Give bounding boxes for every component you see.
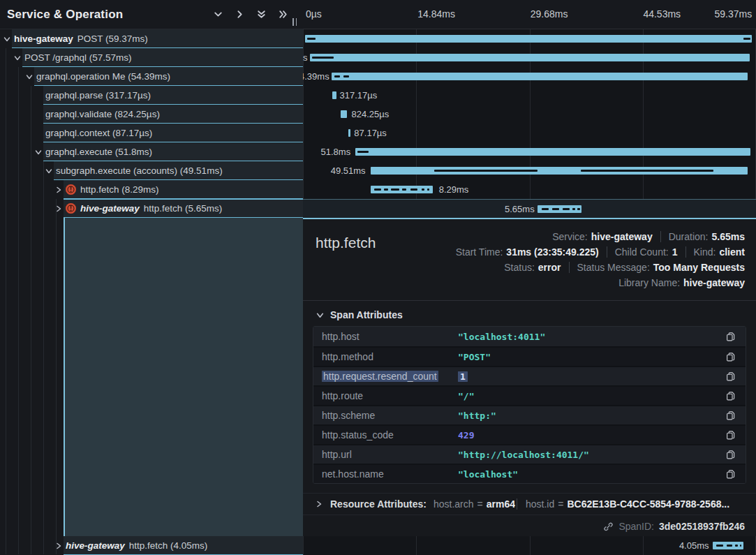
span-duration-label: 54.39ms	[303, 71, 329, 82]
chevron-right-icon[interactable]	[233, 8, 246, 21]
self-time-mark	[427, 188, 429, 191]
resource-pairs: host.arch=arm64host.id=BC62E13B-C4CC-585…	[433, 498, 729, 510]
self-time-mark	[312, 57, 334, 59]
meta-line: Library Name:hive-gateway	[456, 275, 745, 290]
tree-chevron-icon[interactable]	[44, 166, 53, 175]
self-time-mark	[577, 208, 579, 210]
tree-row[interactable]: graphql.operation Me (54.39ms)	[0, 67, 303, 86]
meta-label: Status:	[504, 262, 535, 273]
chevron-down-icon[interactable]	[212, 8, 225, 21]
chevrons-right-icon[interactable]	[276, 8, 290, 21]
attribute-row[interactable]: http.route "/"	[313, 385, 746, 405]
attribute-row[interactable]: http.method "POST"	[313, 346, 746, 366]
tree-chevron-icon[interactable]	[34, 147, 43, 156]
tree-row[interactable]: hive-gateway POST (59.37ms)	[0, 29, 303, 48]
copy-icon[interactable]	[724, 390, 737, 403]
meta-value: hive-gateway	[683, 277, 745, 288]
attribute-key: http.method	[322, 351, 458, 362]
chevron-down-icon	[316, 311, 325, 320]
chevron-right-icon	[314, 500, 323, 509]
timeline-row[interactable]	[303, 29, 756, 48]
span-duration-label: 317.17µs	[340, 90, 378, 101]
timeline-row[interactable]: 57.57ms	[303, 48, 756, 67]
span-duration-label: 824.25µs	[351, 109, 389, 119]
span-attributes-header[interactable]: Span Attributes	[303, 305, 756, 326]
tree-header-title: Service & Operation	[7, 8, 123, 22]
self-time-mark	[402, 188, 406, 191]
meta-line: Status:errorStatus Message:Too Many Requ…	[456, 260, 745, 275]
attribute-row[interactable]: http.host "localhost:4011"	[313, 327, 746, 346]
resource-attributes-row[interactable]: Resource Attributes: host.arch=arm64host…	[303, 493, 756, 515]
attribute-row[interactable]: http.status_code 429	[313, 424, 746, 444]
copy-icon[interactable]	[724, 409, 737, 422]
attribute-key: net.host.name	[322, 468, 458, 480]
tree-row-content: graphql.context (87.17µs)	[43, 124, 303, 142]
pane-resize-grip[interactable]	[292, 18, 297, 26]
timeline-row[interactable]: 317.17µs	[303, 86, 756, 105]
tree-row[interactable]: ! hive-gateway http.fetch (5.65ms)	[0, 199, 303, 218]
tree-chevron-icon[interactable]	[54, 541, 63, 550]
tree-row[interactable]: graphql.parse (317.17µs)	[0, 86, 303, 105]
meta-value: 5.65ms	[712, 231, 745, 242]
timeline-row[interactable]: 5.65ms	[303, 199, 756, 218]
timeline-row[interactable]: 87.17µs	[303, 124, 756, 142]
timeline-row[interactable]: 8.29ms	[303, 180, 756, 199]
tree-row[interactable]: ! http.fetch (8.29ms)	[0, 180, 303, 199]
copy-icon[interactable]	[724, 330, 737, 343]
tree-row[interactable]: graphql.execute (51.8ms)	[0, 142, 303, 161]
span-meta: Service:hive-gatewayDuration:5.65ms Star…	[456, 229, 745, 290]
self-time-mark	[357, 151, 369, 153]
service-name: hive-gateway	[66, 540, 125, 551]
timeline-row[interactable]: 824.25µs	[303, 105, 756, 124]
meta-pair: Status:error	[504, 262, 561, 273]
tree-chevron-icon[interactable]	[54, 204, 63, 213]
timeline-row[interactable]: 54.39ms	[303, 67, 756, 86]
timeline-row[interactable]: 51.8ms	[303, 142, 756, 161]
tree-row[interactable]: hive-gateway http.fetch (4.05ms)	[0, 536, 303, 555]
copy-icon[interactable]	[724, 350, 737, 364]
attribute-key: http.scheme	[322, 410, 458, 421]
self-time-mark	[384, 188, 388, 191]
tree-row[interactable]: subgraph.execute (accounts) (49.51ms)	[0, 161, 303, 180]
self-time-mark	[581, 170, 713, 172]
attribute-row[interactable]: http.url "http://localhost:4011/"	[313, 444, 746, 464]
tree-chevron-icon[interactable]	[54, 185, 63, 194]
span-duration-label: 57.57ms	[303, 52, 308, 63]
attribute-value: "localhost:4011"	[458, 332, 724, 342]
tree-row-content: hive-gateway POST (59.37ms)	[12, 29, 303, 48]
attribute-value: "localhost"	[458, 469, 724, 480]
span-attributes-table: http.host "localhost:4011" http.method "…	[313, 326, 746, 484]
tree-row-content: subgraph.execute (accounts) (49.51ms)	[54, 161, 303, 180]
span-detail-panel: http.fetch Service:hive-gatewayDuration:…	[303, 218, 756, 536]
error-icon: !	[66, 203, 76, 214]
tree-row[interactable]: POST /graphql (57.57ms)	[0, 48, 303, 67]
self-time-mark	[374, 188, 381, 191]
attribute-row[interactable]: http.request.resend_count 1	[313, 366, 746, 385]
ruler-tick-label: 14.84ms	[417, 8, 455, 20]
self-time-mark	[422, 188, 424, 191]
timeline-row[interactable]: 4.05ms	[303, 536, 756, 555]
span-duration-label: 51.8ms	[321, 147, 351, 157]
operation-label: subgraph.execute (accounts) (49.51ms)	[56, 165, 223, 176]
attribute-row[interactable]: http.scheme "http:"	[313, 405, 746, 424]
chevrons-down-icon[interactable]	[255, 8, 268, 21]
divider	[303, 300, 756, 301]
timeline-row[interactable]: 49.51ms	[303, 161, 756, 180]
copy-icon[interactable]	[724, 429, 737, 442]
tree-row[interactable]: graphql.context (87.17µs)	[0, 124, 303, 142]
copy-icon[interactable]	[724, 370, 737, 383]
self-time-mark	[410, 188, 417, 191]
tree-chevron-icon[interactable]	[13, 53, 22, 62]
tree-row[interactable]: graphql.validate (824.25µs)	[0, 105, 303, 124]
tree-chevron-icon[interactable]	[2, 34, 11, 43]
tree-chevron-icon[interactable]	[24, 72, 34, 81]
meta-line: Start Time:31ms (23:35:49.225)Child Coun…	[456, 244, 745, 260]
self-time-mark	[434, 170, 538, 172]
copy-icon[interactable]	[724, 448, 737, 461]
self-time-mark	[334, 75, 340, 77]
attribute-value: "/"	[458, 391, 724, 401]
attribute-value: "http:"	[458, 410, 724, 421]
copy-icon[interactable]	[724, 468, 737, 481]
timeline-rows: 57.57ms 54.39ms 317.17µs	[303, 29, 756, 218]
attribute-row[interactable]: net.host.name "localhost"	[313, 464, 746, 483]
